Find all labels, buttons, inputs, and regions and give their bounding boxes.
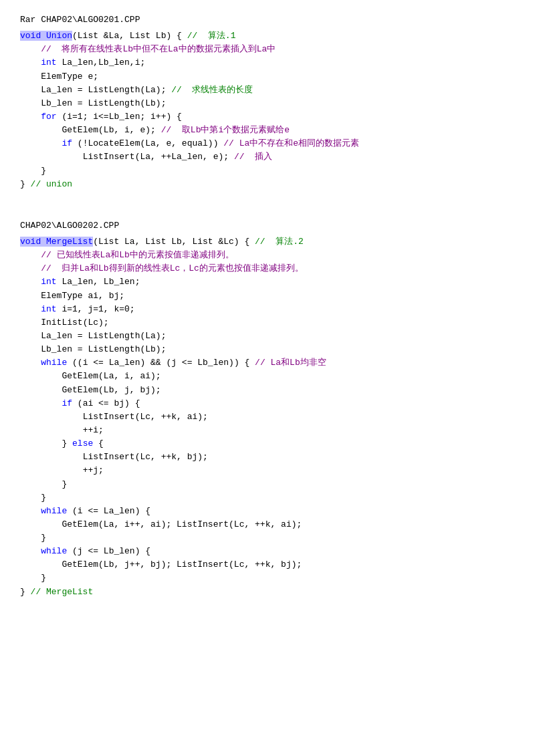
- line-2-8: La_len = ListLength(La);: [20, 330, 515, 343]
- line-2-25: GetElem(Lb, j++, bj); ListInsert(Lc, ++k…: [20, 558, 515, 572]
- line-1-7: for (i=1; i<=Lb_len; i++) {: [20, 110, 515, 124]
- comment-algo1: // 算法.1: [187, 31, 236, 41]
- section-algo0202: CHAP02\ALGO0202.CPP void MergeList(List …: [20, 219, 515, 600]
- line-2-4: int La_len, Lb_len;: [20, 275, 515, 289]
- line-1-4: ElemType e;: [20, 70, 515, 84]
- code-text-2-15: ++i;: [83, 425, 104, 435]
- comment-zh-1-9: // La中不存在和e相同的数据元素: [223, 138, 359, 148]
- line-2-9: Lb_len = ListLength(Lb);: [20, 343, 515, 356]
- code-text-2-19: }: [62, 479, 67, 489]
- code-block-1: void Union(List &La, List Lb) { // 算法.1 …: [20, 28, 515, 193]
- comment-zh-1-10: // 插入: [234, 152, 272, 162]
- code-text-2-13: (ai <= bj) {: [72, 398, 140, 408]
- line-2-20: }: [20, 491, 515, 505]
- line-2-13: if (ai <= bj) {: [20, 397, 515, 410]
- code-text-2-11: GetElem(La, i, ai);: [62, 371, 160, 381]
- code-text-2-20: }: [41, 493, 46, 503]
- code-text: (List &La, List Lb) {: [72, 31, 187, 41]
- kw-else: else: [72, 438, 93, 449]
- line-1-6: Lb_len = ListLength(Lb);: [20, 97, 515, 110]
- line-2-7: InitList(Lc);: [20, 316, 515, 330]
- code-text-2-18: ++j;: [83, 465, 104, 475]
- comment-union: // union: [31, 179, 72, 189]
- code-editor: Rar CHAP02\ALGO0201.CPP void Union(List …: [20, 13, 515, 600]
- code-text-1-8a: GetElem(Lb, i, e);: [62, 125, 160, 135]
- code-text-1-5: La_len = ListLength(La);: [41, 85, 171, 95]
- line-1-11: }: [20, 164, 515, 178]
- code-text-2-10: ((i <= La_len) && (j <= Lb_len)) {: [67, 358, 255, 368]
- file-label-2: CHAP02\ALGO0202.CPP: [20, 219, 515, 233]
- code-text-2-4: La_len, Lb_len;: [57, 277, 140, 287]
- line-2-23: }: [20, 531, 515, 545]
- comment-zh-2-2: // 已知线性表La和Lb中的元素按值非递减排列。: [41, 250, 234, 260]
- code-text-2-16a: }: [62, 438, 72, 449]
- comment-1-5: // 求线性表的长度: [171, 85, 253, 95]
- line-1-3: int La_len,Lb_len,i;: [20, 56, 515, 70]
- code-text-1-6: Lb_len = ListLength(Lb);: [41, 98, 166, 108]
- code-text-2-17: ListInsert(Lc, ++k, bj);: [83, 452, 208, 462]
- section-algo0201: Rar CHAP02\ALGO0201.CPP void Union(List …: [20, 13, 515, 193]
- kw-int-3: int: [41, 304, 56, 314]
- line-2-24: while (j <= Lb_len) {: [20, 545, 515, 558]
- line-2-1: void MergeList(List La, List Lb, List &L…: [20, 235, 515, 249]
- comment-zh-1: // 将所有在线性表Lb中但不在La中的数据元素插入到La中: [41, 44, 276, 54]
- line-2-17: ListInsert(Lc, ++k, bj);: [20, 451, 515, 464]
- code-text-2-7: InitList(Lc);: [41, 318, 108, 328]
- line-1-10: ListInsert(La, ++La_len, e); // 插入: [20, 150, 515, 164]
- code-text-2-12: GetElem(Lb, j, bj);: [62, 385, 160, 395]
- line-2-15: ++i;: [20, 424, 515, 437]
- line-1-8: GetElem(Lb, i, e); // 取Lb中第i个数据元素赋给e: [20, 124, 515, 137]
- comment-zh-2-10: // La和Lb均非空: [255, 358, 326, 368]
- code-text-2-22: GetElem(La, i++, ai); ListInsert(Lc, ++k…: [62, 519, 302, 529]
- code-text-1-10a: ListInsert(La, ++La_len, e);: [83, 152, 234, 162]
- code-text-2-1: (List La, List Lb, List &Lc) {: [93, 237, 255, 247]
- kw-while-1: while: [41, 358, 67, 368]
- code-text-1-11: }: [41, 166, 46, 176]
- code-text-2-25: GetElem(Lb, j++, bj); ListInsert(Lc, ++k…: [62, 559, 302, 570]
- code-text-1-7: (i=1; i<=Lb_len; i++) {: [57, 112, 182, 122]
- line-2-18: ++j;: [20, 464, 515, 477]
- code-text-2-8: La_len = ListLength(La);: [41, 331, 166, 341]
- code-text-1-12: }: [20, 179, 31, 189]
- code-block-2: void MergeList(List La, List Lb, List &L…: [20, 234, 515, 600]
- code-text-1-4: ElemType e;: [41, 72, 98, 82]
- code-text-2-26: }: [41, 573, 46, 583]
- comment-mergelist: // MergeList: [31, 587, 94, 597]
- line-2-21: while (i <= La_len) {: [20, 505, 515, 518]
- spacer-1: [20, 209, 515, 219]
- line-2-10: while ((i <= La_len) && (j <= Lb_len)) {…: [20, 356, 515, 370]
- line-2-6: int i=1, j=1, k=0;: [20, 303, 515, 316]
- code-text-2-23: }: [41, 533, 46, 543]
- keyword-void-2: void MergeList: [20, 237, 93, 247]
- code-text-2-24: (j <= Lb_len) {: [67, 546, 150, 556]
- line-2-27: } // MergeList: [20, 586, 515, 599]
- line-1-1: void Union(List &La, List Lb) { // 算法.1: [20, 29, 515, 43]
- code-text-2-16b: {: [93, 438, 104, 449]
- code-text-1-9: (!LocateElem(La, e, equal)): [72, 138, 223, 148]
- line-1-9: if (!LocateElem(La, e, equal)) // La中不存在…: [20, 137, 515, 150]
- line-2-14: ListInsert(Lc, ++k, ai);: [20, 410, 515, 424]
- line-2-22: GetElem(La, i++, ai); ListInsert(Lc, ++k…: [20, 518, 515, 531]
- code-text-2-6: i=1, j=1, k=0;: [57, 304, 135, 314]
- comment-zh-2-3: // 归并La和Lb得到新的线性表Lc，Lc的元素也按值非递减排列。: [41, 263, 304, 273]
- code-text-2-9: Lb_len = ListLength(Lb);: [41, 344, 166, 354]
- line-1-12: } // union: [20, 178, 515, 191]
- code-text-2-21: (i <= La_len) {: [67, 506, 150, 516]
- kw-while-2: while: [41, 506, 67, 516]
- kw-if-1: if: [62, 138, 72, 148]
- kw-if-2: if: [62, 398, 72, 408]
- kw-for: for: [41, 112, 56, 122]
- line-1-2: // 将所有在线性表Lb中但不在La中的数据元素插入到La中: [20, 43, 515, 56]
- line-1-5: La_len = ListLength(La); // 求线性表的长度: [20, 84, 515, 97]
- line-2-11: GetElem(La, i, ai);: [20, 370, 515, 383]
- code-text-2-14: ListInsert(Lc, ++k, ai);: [83, 412, 208, 422]
- line-2-16: } else {: [20, 437, 515, 451]
- line-2-19: }: [20, 478, 515, 491]
- kw-while-3: while: [41, 546, 67, 556]
- kw-int-2: int: [41, 277, 56, 287]
- line-2-3: // 归并La和Lb得到新的线性表Lc，Lc的元素也按值非递减排列。: [20, 262, 515, 275]
- line-2-2: // 已知线性表La和Lb中的元素按值非递减排列。: [20, 249, 515, 262]
- keyword-void: void Union: [20, 31, 72, 41]
- line-2-12: GetElem(Lb, j, bj);: [20, 384, 515, 397]
- comment-zh-1-8: // 取Lb中第i个数据元素赋给e: [161, 125, 290, 135]
